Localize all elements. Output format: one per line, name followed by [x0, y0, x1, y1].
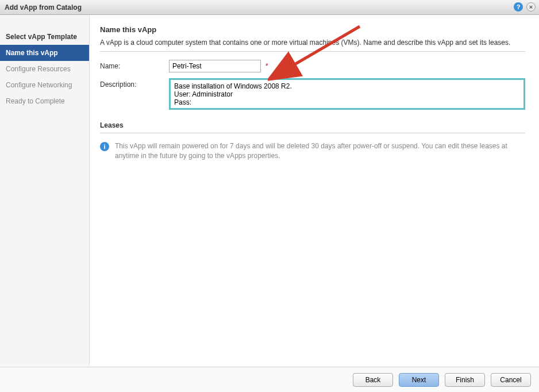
cancel-button[interactable]: Cancel	[491, 373, 531, 387]
divider	[100, 51, 525, 52]
leases-info-text: This vApp will remain powered on for 7 d…	[115, 141, 525, 161]
sidebar-item-label: Configure Resources	[6, 65, 71, 73]
sidebar-item-ready-complete: Ready to Complete	[0, 93, 89, 109]
wizard-footer: Back Next Finish Cancel	[0, 367, 539, 392]
next-button[interactable]: Next	[399, 373, 439, 387]
sidebar-item-configure-resources: Configure Resources	[0, 61, 89, 77]
sidebar-item-label: Name this vApp	[6, 49, 58, 57]
close-icon[interactable]: ×	[526, 2, 536, 11]
finish-button[interactable]: Finish	[445, 373, 485, 387]
leases-heading: Leases	[100, 121, 525, 129]
sidebar-item-name-vapp[interactable]: Name this vApp	[0, 45, 89, 61]
window-title: Add vApp from Catalog	[5, 3, 82, 11]
description-label: Description:	[100, 78, 169, 89]
main-panel: Name this vApp A vApp is a cloud compute…	[90, 15, 539, 366]
wizard-sidebar: Select vApp Template Name this vApp Conf…	[0, 15, 90, 366]
name-input[interactable]	[169, 60, 261, 72]
sidebar-item-label: Select vApp Template	[6, 33, 77, 41]
sidebar-item-label: Ready to Complete	[6, 97, 65, 105]
page-description: A vApp is a cloud computer system that c…	[100, 39, 525, 47]
titlebar: Add vApp from Catalog ? ×	[0, 0, 539, 15]
page-heading: Name this vApp	[100, 25, 525, 34]
name-label: Name:	[100, 60, 169, 70]
description-textarea[interactable]	[169, 78, 525, 110]
sidebar-item-configure-networking: Configure Networking	[0, 77, 89, 93]
sidebar-item-label: Configure Networking	[6, 81, 72, 89]
back-button[interactable]: Back	[353, 373, 393, 387]
required-indicator: *	[265, 60, 268, 70]
help-icon[interactable]: ?	[514, 2, 523, 11]
sidebar-item-select-template[interactable]: Select vApp Template	[0, 29, 89, 45]
info-icon: i	[100, 142, 109, 151]
divider	[100, 133, 525, 133]
